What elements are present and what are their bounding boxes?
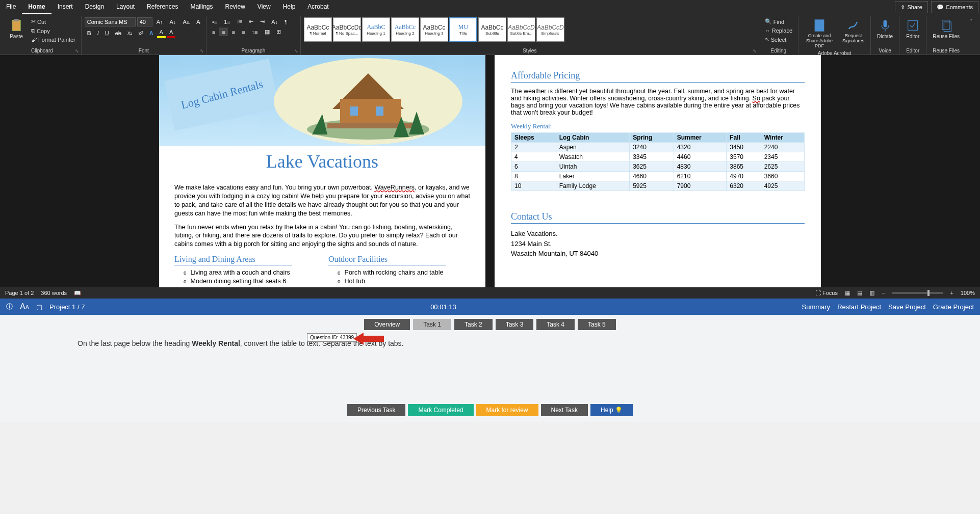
tab-task-5[interactable]: Task 5 (578, 319, 616, 330)
list-item[interactable]: Hot tub (338, 277, 470, 286)
document-area[interactable]: Log Cabin Rentals Lake Vacations We make… (0, 55, 980, 287)
style-emphasis[interactable]: AaBbCcDEmphasis (536, 17, 564, 42)
table-row[interactable]: 8Laker4660621049703660 (511, 172, 805, 181)
outdoor-list[interactable]: Porch with rocking chairs and tableHot t… (328, 268, 470, 286)
increase-indent-button[interactable]: ⇥ (257, 17, 267, 26)
style--normal[interactable]: AaBbCc¶ Normal (304, 17, 332, 42)
spellcheck-icon[interactable]: 📖 (74, 290, 81, 296)
multilevel-button[interactable]: ⁝≡ (235, 17, 245, 26)
table-row[interactable]: 2Aspen3240432034502240 (511, 143, 805, 152)
menu-insert[interactable]: Insert (51, 0, 79, 14)
list-item[interactable]: Living area with a couch and chairs (184, 268, 316, 277)
spellcheck-waverunners[interactable]: WaveRunners (374, 184, 415, 191)
heading-pricing[interactable]: Affordable Pricing (511, 70, 805, 83)
table-header[interactable]: Summer (674, 133, 727, 143)
reuse-button[interactable]: Reuse Files (930, 17, 963, 40)
clear-format-button[interactable]: A̶ (194, 18, 203, 26)
styles-gallery[interactable]: AaBbCc¶ NormalAaBbCcDd¶ No Spac...AaBbCH… (304, 17, 756, 47)
grow-font-button[interactable]: A↑ (154, 18, 166, 26)
italic-button[interactable]: I (95, 29, 101, 37)
heading-living[interactable]: Living and Dining Areas (174, 254, 292, 265)
change-case-button[interactable]: Aa (180, 18, 192, 26)
select-button[interactable]: ↖Select (762, 35, 789, 44)
heading-weekly-rental[interactable]: Weekly Rental: (511, 122, 805, 130)
next-task-button[interactable]: Next Task (541, 404, 588, 416)
doc-title[interactable]: Lake Vacations (159, 146, 485, 177)
styles-launcher[interactable]: ⤡ (753, 48, 757, 53)
menu-design[interactable]: Design (79, 0, 110, 14)
style-heading-2[interactable]: AaBbCcHeading 2 (391, 17, 419, 42)
font-size-icon[interactable]: AA (20, 302, 29, 311)
mark-completed-button[interactable]: Mark Completed (408, 404, 473, 416)
read-mode-button[interactable]: ▦ (845, 290, 850, 296)
tab-overview[interactable]: Overview (364, 319, 410, 330)
shrink-font-button[interactable]: A↓ (167, 18, 179, 26)
font-size-select[interactable] (137, 17, 152, 26)
clipboard-launcher[interactable]: ⤡ (75, 48, 79, 53)
mark-review-button[interactable]: Mark for review (476, 404, 538, 416)
decrease-indent-button[interactable]: ⇤ (246, 17, 256, 26)
replace-button[interactable]: ↔Replace (762, 26, 795, 35)
style-subtitle[interactable]: AaBbCcSubtitle (478, 17, 506, 42)
list-item[interactable]: Porch with rocking chairs and table (338, 268, 470, 277)
font-launcher[interactable]: ⤡ (200, 48, 204, 53)
focus-mode-button[interactable]: ⛶ Focus (815, 290, 838, 296)
editor-button[interactable]: Editor (902, 17, 923, 40)
borders-button[interactable]: ⊞ (274, 28, 283, 36)
doc-para1[interactable]: We make lake vacations easy and fun. You… (174, 183, 470, 218)
collapse-ribbon-button[interactable]: ˄ (966, 16, 977, 55)
table-header[interactable]: Log Cabin (556, 133, 629, 143)
table-header[interactable]: Spring (630, 133, 674, 143)
zoom-in-button[interactable]: + (950, 290, 953, 296)
share-button[interactable]: ⇪Share (895, 1, 927, 13)
font-color-button[interactable]: A (167, 28, 175, 38)
pricing-table[interactable]: SleepsLog CabinSpringSummerFallWinter2As… (511, 132, 805, 191)
request-sign-button[interactable]: Request Signatures (839, 17, 867, 45)
menu-acrobat[interactable]: Acrobat (301, 0, 334, 14)
sort-button[interactable]: A↓ (269, 17, 280, 26)
tab-task-4[interactable]: Task 4 (536, 319, 575, 330)
grade-project-link[interactable]: Grade Project (933, 303, 974, 311)
superscript-button[interactable]: x² (136, 29, 145, 37)
contact-line[interactable]: Lake Vacations. (511, 229, 805, 239)
list-item[interactable]: Modern dining setting that seats 6 (184, 277, 316, 286)
bold-button[interactable]: B (85, 29, 94, 37)
underline-button[interactable]: U (102, 29, 112, 37)
create-pdf-button[interactable]: Create and Share Adobe PDF (802, 17, 837, 50)
print-layout-button[interactable]: ▤ (857, 290, 862, 296)
cut-button[interactable]: ✂Cut (29, 17, 78, 26)
contact-line[interactable]: 1234 Main St. (511, 239, 805, 249)
line-spacing-button[interactable]: ↕≡ (249, 28, 261, 36)
previous-task-button[interactable]: Previous Task (347, 404, 405, 416)
format-painter-button[interactable]: 🖌Format Painter (29, 36, 78, 44)
contact-line[interactable]: Wasatch Mountain, UT 84040 (511, 249, 805, 259)
menu-help[interactable]: Help (277, 0, 302, 14)
help-button[interactable]: Help 💡 (590, 404, 633, 416)
style-heading-3[interactable]: AaBbCcHeading 3 (420, 17, 448, 42)
page-2[interactable]: Affordable Pricing The weather is differ… (495, 55, 821, 287)
numbering-button[interactable]: 1≡ (221, 17, 233, 26)
highlight-button[interactable]: A (157, 28, 166, 38)
shading-button[interactable]: ▦ (262, 28, 272, 36)
find-button[interactable]: 🔍Find (762, 17, 787, 26)
dictate-button[interactable]: Dictate (874, 17, 896, 40)
tab-task-1[interactable]: Task 1 (413, 319, 451, 330)
heading-outdoor[interactable]: Outdoor Facilities (328, 254, 446, 265)
font-name-select[interactable] (85, 17, 136, 26)
menu-view[interactable]: View (251, 0, 277, 14)
page-1[interactable]: Log Cabin Rentals Lake Vacations We make… (159, 55, 485, 287)
living-list[interactable]: Living area with a couch and chairsModer… (174, 268, 316, 286)
doc-para2[interactable]: The fun never ends when you relax by the… (174, 223, 470, 249)
table-row[interactable]: 6Uintah3625483038652625 (511, 162, 805, 172)
style--no-spac-[interactable]: AaBbCcDd¶ No Spac... (333, 17, 361, 42)
web-layout-button[interactable]: ▥ (869, 290, 874, 296)
table-header[interactable]: Sleeps (511, 133, 556, 143)
zoom-out-button[interactable]: − (882, 290, 885, 296)
table-row[interactable]: 4Wasatch3345446035702345 (511, 152, 805, 162)
panel-icon[interactable]: ▢ (36, 303, 42, 311)
contact-block[interactable]: Lake Vacations.1234 Main St.Wasatch Moun… (511, 229, 805, 259)
bullets-button[interactable]: •≡ (210, 17, 220, 26)
menu-references[interactable]: References (141, 0, 184, 14)
menu-mailings[interactable]: Mailings (184, 0, 219, 14)
menu-review[interactable]: Review (219, 0, 251, 14)
